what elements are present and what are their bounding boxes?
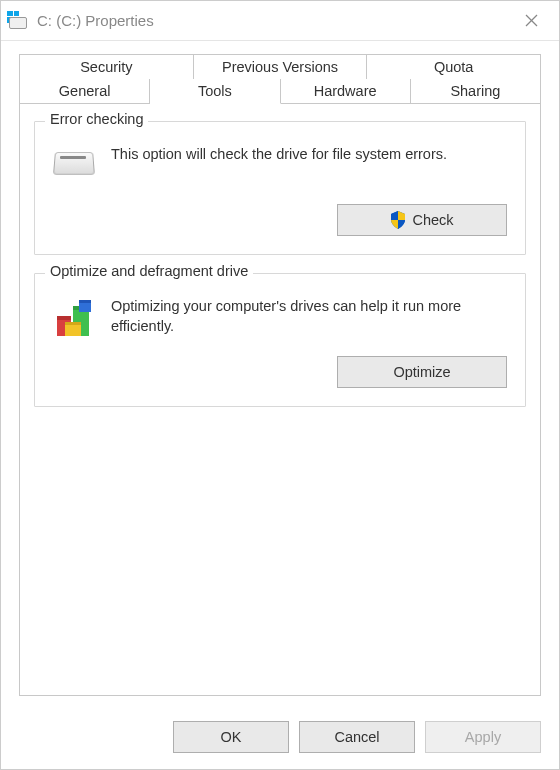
close-button[interactable]	[511, 1, 551, 41]
tab-hardware[interactable]: Hardware	[281, 79, 411, 104]
dialog-content: Security Previous Versions Quota General…	[1, 41, 559, 709]
svg-rect-3	[57, 316, 71, 320]
optimize-description: Optimizing your computer's drives can he…	[111, 296, 507, 337]
titlebar: C: (C:) Properties	[1, 1, 559, 41]
optimize-title: Optimize and defragment drive	[45, 263, 253, 279]
error-checking-title: Error checking	[45, 111, 148, 127]
drive-icon	[9, 13, 29, 29]
error-checking-description: This option will check the drive for fil…	[111, 144, 447, 164]
cancel-button[interactable]: Cancel	[299, 721, 415, 753]
check-button-label: Check	[412, 212, 453, 228]
check-button[interactable]: Check	[337, 204, 507, 236]
svg-rect-7	[65, 322, 81, 325]
tab-security[interactable]: Security	[19, 54, 194, 79]
shield-icon	[390, 211, 406, 229]
svg-rect-9	[79, 300, 91, 303]
tools-panel: Error checking This option will check th…	[19, 103, 541, 696]
optimize-button-label: Optimize	[393, 364, 450, 380]
apply-button-label: Apply	[465, 729, 501, 745]
optimize-group: Optimize and defragment drive	[34, 273, 526, 407]
tab-quota[interactable]: Quota	[367, 54, 541, 79]
window-title: C: (C:) Properties	[37, 12, 511, 29]
tab-strip: Security Previous Versions Quota General…	[19, 54, 541, 104]
cancel-button-label: Cancel	[334, 729, 379, 745]
error-checking-group: Error checking This option will check th…	[34, 121, 526, 255]
ok-button[interactable]: OK	[173, 721, 289, 753]
dialog-footer: OK Cancel Apply	[1, 709, 559, 769]
tab-general[interactable]: General	[19, 79, 150, 104]
optimize-button[interactable]: Optimize	[337, 356, 507, 388]
properties-dialog: C: (C:) Properties Security Previous Ver…	[0, 0, 560, 770]
disk-drive-icon	[53, 144, 97, 188]
apply-button: Apply	[425, 721, 541, 753]
tab-tools[interactable]: Tools	[150, 79, 280, 104]
tab-sharing[interactable]: Sharing	[411, 79, 541, 104]
defrag-icon	[53, 296, 97, 340]
tab-previous-versions[interactable]: Previous Versions	[194, 54, 368, 79]
ok-button-label: OK	[221, 729, 242, 745]
